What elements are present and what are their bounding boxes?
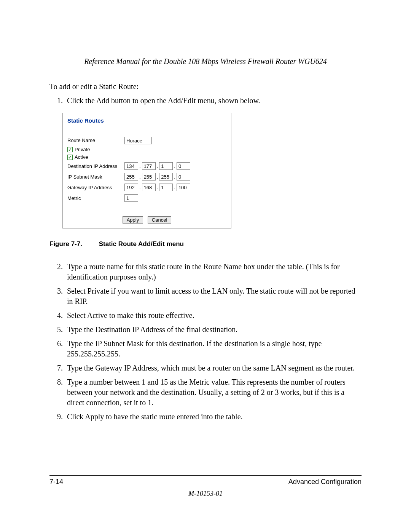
dest-ip-oct3[interactable]	[159, 162, 173, 170]
footer-row: 7-14 Advanced Configuration	[49, 478, 362, 486]
footer-rule	[49, 475, 362, 476]
step-list-bottom: Type a route name for this static route …	[49, 262, 362, 422]
ip-dot: .	[174, 184, 175, 191]
label-active: Active	[75, 154, 88, 161]
route-name-input[interactable]	[124, 137, 152, 144]
dest-ip-oct1[interactable]	[124, 162, 138, 170]
step-3: Select Private if you want to limit acce…	[65, 286, 362, 307]
row-active: Active	[67, 154, 226, 161]
intro-line: To add or edit a Static Route:	[49, 81, 362, 92]
private-checkbox[interactable]	[67, 147, 73, 152]
static-routes-dialog: Static Routes Route Name Private Active	[62, 113, 231, 228]
label-subnet: IP Subnet Mask	[67, 174, 124, 181]
step-8: Type a number between 1 and 15 as the Me…	[65, 377, 362, 408]
dialog-body: Route Name Private Active Destination IP…	[63, 133, 231, 207]
step-6: Type the IP Subnet Mask for this destina…	[65, 339, 362, 359]
running-header: Reference Manual for the Double 108 Mbps…	[49, 57, 362, 69]
ip-dot: .	[157, 163, 158, 170]
gateway-group: . . .	[124, 184, 190, 191]
step-2: Type a route name for this static route …	[65, 262, 362, 282]
active-checkbox[interactable]	[67, 155, 73, 160]
gateway-oct4[interactable]	[177, 184, 190, 191]
row-gateway: Gateway IP Address . . .	[67, 182, 226, 192]
step-5: Type the Destination IP Address of the f…	[65, 324, 362, 335]
row-private: Private	[67, 146, 226, 153]
metric-input[interactable]	[124, 194, 138, 202]
step-4: Select Active to make this route effecti…	[65, 310, 362, 321]
ip-dot: .	[139, 163, 141, 170]
subnet-oct4[interactable]	[177, 173, 190, 181]
label-route-name: Route Name	[67, 137, 124, 144]
gateway-oct2[interactable]	[142, 184, 156, 191]
row-dest-ip: Destination IP Address . . .	[67, 161, 226, 171]
step-7: Type the Gateway IP Address, which must …	[65, 363, 362, 373]
apply-button[interactable]: Apply	[123, 216, 143, 224]
dest-ip-oct2[interactable]	[142, 162, 156, 170]
page-footer: 7-14 Advanced Configuration M-10153-01	[49, 475, 362, 498]
gateway-oct1[interactable]	[124, 184, 138, 191]
figure-title: Static Route Add/Edit menu	[99, 240, 184, 248]
ip-dot: .	[139, 184, 141, 191]
ip-dot: .	[174, 174, 175, 181]
subnet-oct3[interactable]	[159, 173, 173, 181]
dialog-separator-top	[67, 130, 226, 130]
page-number: 7-14	[49, 478, 63, 486]
dest-ip-group: . . .	[124, 162, 190, 170]
ip-dot: .	[174, 163, 175, 170]
row-route-name: Route Name	[67, 136, 226, 145]
subnet-oct1[interactable]	[124, 173, 138, 181]
label-gateway: Gateway IP Address	[67, 184, 124, 191]
ip-dot: .	[157, 174, 158, 181]
label-private: Private	[75, 146, 90, 153]
body-content: To add or edit a Static Route: Click the…	[49, 81, 362, 422]
dialog-title: Static Routes	[63, 113, 231, 127]
screenshot-wrapper: Static Routes Route Name Private Active	[62, 113, 362, 228]
ip-dot: .	[157, 184, 158, 191]
manual-page: Reference Manual for the Double 108 Mbps…	[0, 0, 411, 532]
row-subnet: IP Subnet Mask . . .	[67, 172, 226, 182]
figure-caption: Figure 7-7. Static Route Add/Edit menu	[49, 240, 362, 249]
dest-ip-oct4[interactable]	[177, 162, 190, 170]
figure-number: Figure 7-7.	[49, 240, 97, 249]
label-metric: Metric	[67, 195, 124, 202]
label-dest-ip: Destination IP Address	[67, 163, 124, 170]
ip-dot: .	[139, 174, 141, 181]
step-list-top: Click the Add button to open the Add/Edi…	[49, 96, 362, 106]
subnet-oct2[interactable]	[142, 173, 156, 181]
step-9: Click Apply to have the static route ent…	[65, 412, 362, 422]
section-name: Advanced Configuration	[288, 478, 362, 486]
dialog-button-row: Apply Cancel	[63, 213, 231, 228]
subnet-group: . . .	[124, 173, 190, 181]
step-1: Click the Add button to open the Add/Edi…	[65, 96, 362, 106]
document-number: M-10153-01	[49, 490, 362, 498]
dialog-separator-bottom	[67, 210, 226, 210]
cancel-button[interactable]: Cancel	[148, 216, 171, 224]
gateway-oct3[interactable]	[159, 184, 173, 191]
row-metric: Metric	[67, 193, 226, 203]
